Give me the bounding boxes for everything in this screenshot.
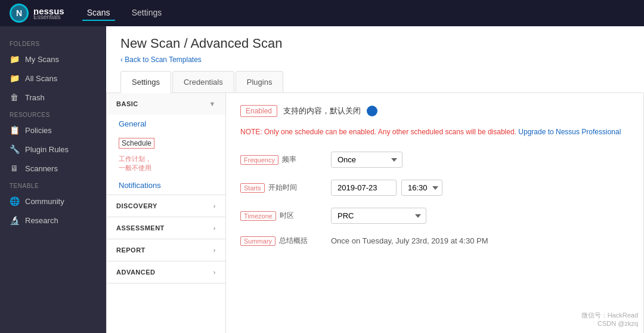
summary-label-group: Summary 总结概括 [240,236,324,246]
section-basic-header[interactable]: BASIC ▼ [107,93,225,115]
summary-row: Summary 总结概括 Once on Tuesday, July 23rd,… [240,236,629,246]
timezone-badge: Timezone [240,211,276,221]
main-content: New Scan / Advanced Scan ‹ Back to Scan … [106,26,644,333]
frequency-select[interactable]: Once Daily Weekly Monthly [331,152,402,168]
chevron-right-icon: › [213,202,216,209]
note-text: NOTE: Only one schedule can be enabled. … [240,127,629,137]
nav-links: Scans Settings [82,5,167,21]
logo-sub: Essentials [33,14,64,20]
enabled-row: Enabled 支持的内容，默认关闭 [240,105,629,117]
section-assessment-header[interactable]: ASSESSMENT › [107,217,225,239]
main-layout: FOLDERS 📁 My Scans 📁 All Scans 🗑 Trash R… [0,26,644,333]
policies-icon: 📋 [10,125,19,135]
trash-icon: 🗑 [10,92,19,102]
svg-text:N: N [16,8,22,18]
panel-item-schedule[interactable]: Schedule [107,133,225,153]
schedule-note: 工作计划，一般不使用 [107,153,225,176]
note-content: NOTE: Only one schedule can be enabled. … [240,128,516,136]
starts-row: Starts 开始时间 16:30 [240,180,629,196]
sidebar-item-all-scans[interactable]: 📁 All Scans [0,69,106,88]
section-report-header[interactable]: REPORT › [107,239,225,261]
sidebar-label-all-scans: All Scans [25,74,57,83]
sidebar-label-policies: Policies [25,126,52,135]
sidebar-label-my-scans: My Scans [25,55,59,64]
sidebar-item-policies[interactable]: 📋 Policies [0,121,106,140]
section-basic: BASIC ▼ General Schedule 工作计划，一般不使用 Noti… [107,93,225,195]
sidebar-label-community: Community [25,197,64,206]
nav-scans[interactable]: Scans [82,5,115,21]
section-discovery-label: DISCOVERY [116,202,157,209]
toggle-circle[interactable] [367,106,377,116]
plugin-icon: 🔧 [10,144,19,154]
right-panel: Enabled 支持的内容，默认关闭 NOTE: Only one schedu… [226,93,643,333]
upgrade-link[interactable]: Upgrade to Nessus Professional [518,128,621,136]
chevron-right-icon-2: › [213,224,216,232]
back-link[interactable]: ‹ Back to Scan Templates [120,56,202,64]
tab-credentials[interactable]: Credentials [172,71,234,92]
sidebar-item-trash[interactable]: 🗑 Trash [0,88,106,107]
logo: N nessus Essentials [10,4,64,23]
section-basic-label: BASIC [116,100,138,107]
section-assessment: ASSESSMENT › [107,217,225,239]
sidebar-item-research[interactable]: 🔬 Research [0,211,106,230]
summary-badge: Summary [240,236,275,246]
tab-settings[interactable]: Settings [120,71,171,93]
frequency-badge: Frequency [240,155,278,165]
starts-date-input[interactable] [331,180,397,196]
section-assessment-label: ASSESSMENT [116,224,165,232]
section-discovery: DISCOVERY › [107,195,225,217]
starts-badge: Starts [240,183,265,193]
sidebar-item-plugin-rules[interactable]: 🔧 Plugin Rules [0,140,106,159]
watermark-line1: 微信号：HackRead [581,311,638,320]
sidebar-label-plugin-rules: Plugin Rules [25,145,69,154]
sidebar-label-research: Research [25,216,58,225]
starts-inputs: 16:30 [331,180,442,196]
page-title: New Scan / Advanced Scan [120,36,630,51]
section-report: REPORT › [107,239,225,261]
sidebar-item-my-scans[interactable]: 📁 My Scans [0,50,106,69]
starts-time-select[interactable]: 16:30 [401,180,442,196]
left-panel: BASIC ▼ General Schedule 工作计划，一般不使用 Noti… [107,93,226,333]
top-navigation: N nessus Essentials Scans Settings [0,0,644,26]
frequency-row: Frequency 频率 Once Daily Weekly Monthly [240,152,629,168]
section-advanced: ADVANCED › [107,261,225,283]
panel-item-general[interactable]: General [107,115,225,133]
section-advanced-label: ADVANCED [116,269,156,276]
starts-label-group: Starts 开始时间 [240,183,324,193]
schedule-badge: Schedule [119,138,154,149]
frequency-label-group: Frequency 频率 [240,155,324,165]
sidebar-item-scanners[interactable]: 🖥 Scanners [0,159,106,178]
frequency-label-cn: 频率 [282,155,296,165]
tab-plugins[interactable]: Plugins [236,71,284,92]
chevron-right-icon-3: › [213,246,216,254]
nav-settings[interactable]: Settings [127,5,167,21]
research-icon: 🔬 [10,215,19,225]
resources-label: RESOURCES [0,107,106,121]
page-header: New Scan / Advanced Scan ‹ Back to Scan … [106,26,644,93]
logo-text-group: nessus Essentials [33,6,64,20]
chevron-down-icon: ▼ [209,100,216,107]
tenable-label: TENABLE [0,178,106,192]
summary-text: Once on Tuesday, July 23rd, 2019 at 4:30… [331,236,488,245]
community-icon: 🌐 [10,196,19,206]
scanners-icon: 🖥 [10,164,19,173]
content-area: BASIC ▼ General Schedule 工作计划，一般不使用 Noti… [106,93,644,333]
enabled-badge: Enabled [240,105,277,117]
watermark: 微信号：HackRead CSDN @zkzq [581,311,638,327]
summary-label-cn: 总结概括 [279,236,308,246]
watermark-line2: CSDN @zkzq [581,320,638,327]
section-report-label: REPORT [116,246,145,254]
folder-icon: 📁 [10,54,19,64]
enabled-text: 支持的内容，默认关闭 [283,106,361,116]
timezone-select[interactable]: PRC UTC America/New_York [331,208,426,224]
chevron-right-icon-4: › [213,269,216,276]
timezone-row: Timezone 时区 PRC UTC America/New_York [240,208,629,224]
section-discovery-header[interactable]: DISCOVERY › [107,195,225,217]
panel-item-notifications[interactable]: Notifications [107,176,225,195]
section-advanced-header[interactable]: ADVANCED › [107,261,225,283]
timezone-label-cn: 时区 [280,211,294,221]
sidebar-item-community[interactable]: 🌐 Community [0,192,106,211]
folder-icon-all: 📁 [10,73,19,83]
logo-icon: N [10,4,29,23]
timezone-label-group: Timezone 时区 [240,211,324,221]
